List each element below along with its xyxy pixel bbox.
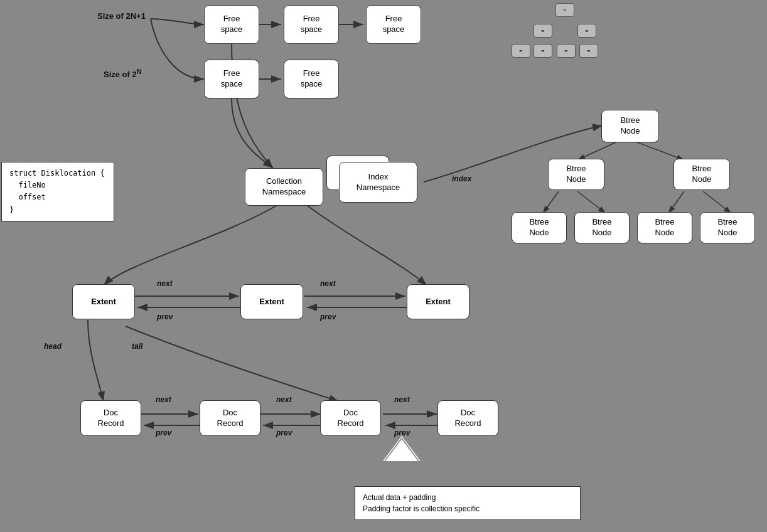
extent-prev-2: prev xyxy=(320,312,336,321)
svg-line-6 xyxy=(634,141,684,160)
mini-btree-leaf3: = xyxy=(557,44,576,58)
mini-btree-leaf2: = xyxy=(534,44,552,58)
btree-leaf2: BtreeNode xyxy=(574,212,630,243)
size-label-bottom: Size of 2N xyxy=(104,68,142,79)
mini-btree-right1: = xyxy=(577,24,596,38)
doc-next-3: next xyxy=(394,395,410,404)
tail-label: tail xyxy=(132,342,142,351)
svg-line-7 xyxy=(543,191,559,213)
doc-next-1: next xyxy=(156,395,171,404)
diagram: Size of 2N+1 Size of 2N Freespace Freesp… xyxy=(0,0,767,532)
doc-next-2: next xyxy=(276,395,292,404)
index-namespace: IndexNamespace xyxy=(339,162,417,203)
extent-2: Extent xyxy=(240,284,303,319)
collection-namespace: CollectionNamespace xyxy=(245,168,323,206)
btree-mid2: BtreeNode xyxy=(673,159,730,190)
head-label: head xyxy=(44,342,62,351)
extent-next-2: next xyxy=(320,279,336,288)
btree-leaf4: BtreeNode xyxy=(700,212,755,243)
doc-record-1: DocRecord xyxy=(80,400,141,436)
extent-1: Extent xyxy=(72,284,135,319)
extent-prev-1: prev xyxy=(157,312,173,321)
free-space-2: Freespace xyxy=(284,5,339,44)
mini-btree-leaf4: = xyxy=(579,44,598,58)
btree-leaf1: BtreeNode xyxy=(512,212,567,243)
doc-prev-1: prev xyxy=(156,428,171,437)
svg-line-9 xyxy=(668,191,684,213)
struct-box: struct Disklocation { fileNo offset } xyxy=(1,162,114,221)
extent-3: Extent xyxy=(407,284,469,319)
free-space-5: Freespace xyxy=(284,60,339,98)
free-space-4: Freespace xyxy=(204,60,259,98)
mini-btree-root: = xyxy=(555,3,574,17)
mini-btree-leaf1: = xyxy=(512,44,530,58)
svg-line-10 xyxy=(703,191,731,213)
index-label: index xyxy=(452,174,471,183)
btree-leaf3: BtreeNode xyxy=(637,212,692,243)
mini-btree-left1: = xyxy=(534,24,552,38)
doc-record-3: DocRecord xyxy=(320,400,381,436)
svg-line-8 xyxy=(577,191,606,213)
doc-record-2: DocRecord xyxy=(200,400,260,436)
free-space-3: Freespace xyxy=(366,5,421,44)
free-space-1: Freespace xyxy=(204,5,259,44)
doc-record-4: DocRecord xyxy=(437,400,498,436)
btree-mid1: BtreeNode xyxy=(548,159,604,190)
size-label-top: Size of 2N+1 xyxy=(97,11,146,21)
btree-root: BtreeNode xyxy=(601,110,659,142)
doc-prev-2: prev xyxy=(276,428,292,437)
extent-next-1: next xyxy=(157,279,173,288)
svg-line-5 xyxy=(577,141,618,160)
callout-box: Actual data + padding Padding factor is … xyxy=(355,486,581,520)
